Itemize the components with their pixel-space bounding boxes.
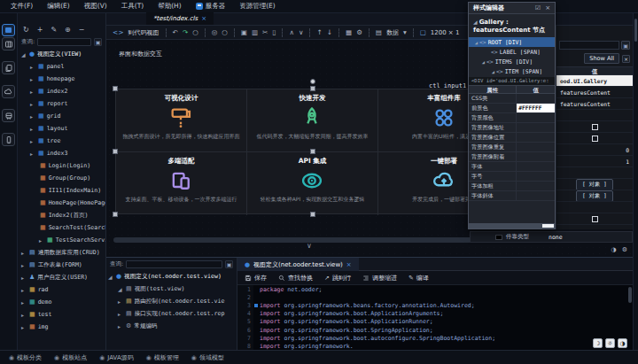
tree-item[interactable]: ▸ ⚙ 常规编码: [106, 320, 237, 332]
status-bar-item[interactable]: ◉ 领域模型: [191, 353, 224, 362]
gear-icon[interactable]: ⚙: [622, 246, 627, 253]
property-value[interactable]: [517, 143, 555, 151]
property-value-row[interactable]: [556, 202, 633, 213]
expander-icon[interactable]: ▸: [118, 323, 123, 329]
property-row[interactable]: 字号: [469, 172, 555, 182]
edit-style-icon[interactable]: ☑: [535, 4, 541, 12]
tree-item[interactable]: ▸ ▦ index2: [18, 85, 105, 97]
expand-down-icon[interactable]: ∨: [299, 28, 304, 36]
code-editor[interactable]: 1 package net.ooder; 2 3: [237, 285, 633, 351]
tree-item[interactable]: ▦ Index2(首页): [18, 209, 105, 221]
tree-item[interactable]: ▸ ▦ tree: [18, 135, 105, 147]
refresh-icon[interactable]: ↻: [23, 26, 29, 34]
selection-handle[interactable]: [310, 86, 315, 91]
tree-item[interactable]: ▸ ▦ demo: [18, 296, 105, 308]
expander-icon[interactable]: ▸: [30, 76, 35, 82]
expander-icon[interactable]: ◢: [480, 59, 486, 65]
mobile-icon[interactable]: [2, 133, 15, 146]
expander-icon[interactable]: ◢: [118, 286, 123, 292]
tree-item[interactable]: ▦ Group(Group): [18, 172, 105, 184]
bus-icon[interactable]: [2, 109, 15, 122]
gear-icon[interactable]: ⚙: [356, 28, 362, 36]
dom-tree-item[interactable]: ◢ <> ITEM [SPAN]: [469, 66, 555, 76]
search-filter-icon[interactable]: ▣: [225, 260, 233, 268]
window-scrollbar[interactable]: [633, 13, 638, 350]
menu-item[interactable]: 编辑(E): [47, 2, 70, 11]
rotate-handle[interactable]: [310, 79, 315, 84]
collapse-icon[interactable]: −: [79, 26, 85, 34]
menu-item[interactable]: 帮助(H): [158, 2, 182, 11]
tree-item[interactable]: ◢ ● 视图定义(VIEW): [18, 48, 105, 60]
property-value-row[interactable]: featuresContent: [556, 87, 633, 98]
expander-icon[interactable]: ▸: [21, 275, 27, 281]
property-value[interactable]: [517, 123, 555, 132]
expander-icon[interactable]: ▸: [21, 299, 27, 306]
resize-icon[interactable]: ▢: [420, 28, 426, 36]
property-value[interactable]: #FFFFFF: [517, 104, 555, 112]
feature-card[interactable]: 多端适配 支持桌面、平板、移动设备，一次开发多端运行: [116, 152, 247, 215]
property-value-row[interactable]: featuresContent: [556, 98, 633, 110]
expander-icon[interactable]: ▸: [39, 237, 44, 244]
expander-icon[interactable]: ◢: [21, 51, 27, 58]
checkbox[interactable]: [592, 124, 598, 130]
columns-view-icon[interactable]: [2, 37, 15, 50]
feature-card[interactable]: 可视化设计 拖拽式界面设计，所见即所得，快速构建应用界面: [116, 89, 247, 152]
tree-item[interactable]: ▦ HomePage(HomePageMa: [18, 197, 105, 209]
circle-icon[interactable]: ○: [222, 28, 228, 36]
search-filter-icon[interactable]: ▣: [94, 38, 102, 46]
tree-item[interactable]: ▸ ♟ 用户自定义(USER): [18, 271, 105, 283]
edit-icon[interactable]: ✎: [51, 26, 57, 34]
expander-icon[interactable]: ▸: [30, 89, 35, 95]
property-value-row[interactable]: [556, 167, 633, 179]
property-checkbox-row[interactable]: [556, 133, 633, 144]
refresh-circle-icon[interactable]: ○: [192, 28, 198, 36]
tree-item[interactable]: ▸ ▦ layout: [18, 122, 105, 135]
property-value-row[interactable]: ood.UI.Gallery: [556, 75, 633, 87]
expander-icon[interactable]: ▸: [21, 287, 27, 293]
indent-button[interactable]: 调整缩进: [362, 274, 397, 283]
selection-handle[interactable]: [113, 212, 118, 217]
breakpoint-marker[interactable]: [254, 304, 258, 307]
expander-icon[interactable]: ◢: [473, 40, 479, 45]
expander-icon[interactable]: ▸: [30, 151, 35, 157]
expander-icon[interactable]: ▸: [30, 113, 35, 120]
checkbox[interactable]: [592, 136, 598, 142]
style-editor-titlebar[interactable]: 样式编辑器 ☑ ×: [469, 3, 555, 14]
property-value[interactable]: [517, 94, 555, 103]
property-value-row[interactable]: 0: [556, 144, 633, 156]
move-down-icon[interactable]: ↓: [327, 28, 332, 36]
search-input[interactable]: [37, 38, 91, 46]
expander-icon[interactable]: ▸: [118, 311, 123, 317]
dom-tree-item[interactable]: ◢ <> ROOT [DIV]: [469, 37, 555, 47]
property-value[interactable]: [517, 191, 555, 200]
tree-item[interactable]: ▸ ▦ homepage: [18, 73, 105, 85]
dark-theme-button[interactable]: ☽: [593, 338, 603, 348]
tree-item[interactable]: ◢ ▤ 视图(test.view): [106, 283, 237, 295]
property-row[interactable]: 背景图像重复: [469, 143, 555, 152]
property-value-row[interactable]: [556, 110, 633, 121]
expander-icon[interactable]: ◢: [490, 69, 496, 74]
menu-item[interactable]: 文件(F): [11, 2, 33, 11]
property-value[interactable]: [517, 113, 555, 122]
expander-icon[interactable]: ▸: [30, 101, 35, 107]
property-row[interactable]: 前景色 #FFFFFF: [469, 104, 555, 113]
menu-item[interactable]: 服务器: [196, 2, 226, 11]
tree-item[interactable]: ▸ ▤ 接口实现(net.ooder.test.rep: [106, 307, 237, 320]
cloud-icon[interactable]: [2, 85, 15, 98]
expander-icon[interactable]: ▸: [21, 250, 27, 256]
property-value[interactable]: [517, 182, 555, 190]
expander-icon[interactable]: ◢: [108, 274, 113, 280]
property-row[interactable]: 背景颜色: [469, 113, 555, 123]
selection-handle[interactable]: [310, 212, 315, 217]
expander-icon[interactable]: ▸: [30, 138, 35, 144]
property-value[interactable]: [517, 162, 555, 171]
copy-icon[interactable]: ▣: [241, 28, 247, 36]
status-bar-item[interactable]: ◉ 模板管理: [146, 353, 179, 362]
checkbox[interactable]: [592, 216, 598, 222]
tree-item[interactable]: ▸ ▤ 通用数据库应用(CRUD): [18, 246, 105, 259]
grid-icon[interactable]: ▦: [346, 28, 352, 36]
tree-item[interactable]: ▦ II11(IndexMain): [18, 184, 105, 197]
property-row[interactable]: 背景图像附着: [469, 152, 555, 162]
dock-type-row[interactable]: 停靠类型 none: [470, 231, 633, 243]
tree-item[interactable]: ▸ ▦ panel: [18, 60, 105, 73]
